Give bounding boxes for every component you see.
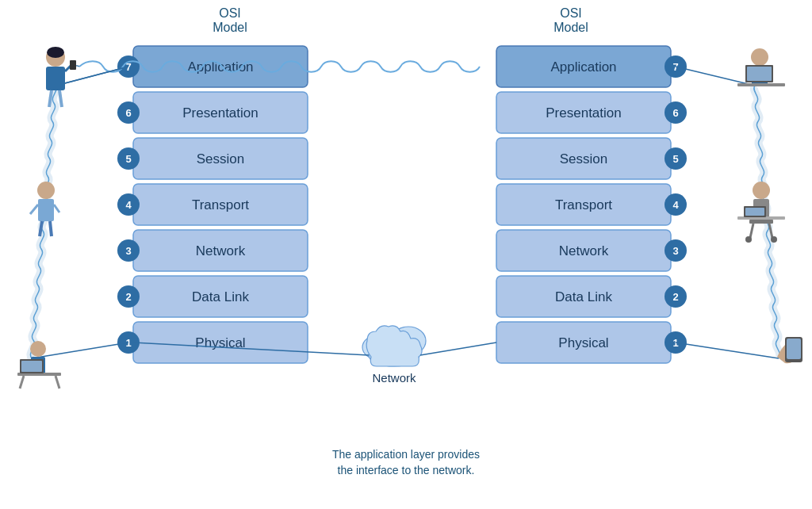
svg-text:The application layer provides: The application layer provides	[332, 448, 480, 461]
svg-point-54	[665, 285, 687, 308]
svg-point-80	[47, 47, 64, 58]
svg-text:7: 7	[125, 61, 131, 73]
svg-rect-4	[133, 46, 308, 87]
svg-rect-88	[31, 357, 45, 376]
svg-rect-103	[745, 208, 764, 216]
svg-line-70	[676, 67, 755, 86]
svg-rect-97	[745, 65, 773, 82]
svg-text:Transport: Transport	[192, 197, 249, 212]
svg-line-106	[769, 224, 772, 238]
svg-rect-104	[749, 220, 773, 224]
svg-text:7: 7	[672, 61, 678, 73]
svg-line-92	[20, 376, 24, 388]
svg-text:Application: Application	[187, 59, 253, 75]
svg-rect-28	[133, 322, 308, 363]
svg-line-77	[59, 90, 62, 107]
svg-text:Network: Network	[559, 243, 609, 258]
svg-point-63	[369, 344, 419, 366]
svg-point-64	[370, 340, 418, 362]
svg-point-22	[117, 239, 140, 262]
svg-line-86	[54, 205, 59, 212]
svg-rect-82	[38, 199, 54, 221]
svg-rect-48	[496, 230, 671, 271]
svg-point-46	[665, 193, 687, 216]
svg-rect-75	[46, 67, 65, 90]
svg-rect-52	[496, 276, 671, 317]
svg-line-71	[676, 343, 779, 358]
svg-text:Model: Model	[213, 21, 247, 34]
svg-text:Physical: Physical	[558, 335, 608, 350]
svg-text:Data Link: Data Link	[192, 289, 249, 304]
main-container: OSI Model OSI Model Application 7 Presen…	[0, 0, 812, 509]
svg-point-108	[771, 236, 777, 243]
svg-text:Session: Session	[197, 151, 244, 166]
svg-rect-24	[133, 276, 308, 317]
svg-text:1: 1	[125, 337, 131, 349]
svg-point-38	[665, 101, 687, 124]
svg-rect-109	[785, 337, 802, 362]
svg-text:2: 2	[672, 291, 678, 303]
svg-text:3: 3	[672, 245, 678, 257]
svg-rect-110	[787, 339, 801, 359]
svg-text:Data Link: Data Link	[555, 289, 612, 304]
svg-rect-20	[133, 230, 308, 271]
svg-rect-102	[744, 206, 766, 217]
svg-text:Application: Application	[550, 59, 616, 75]
svg-text:1: 1	[672, 337, 678, 349]
svg-text:Presentation: Presentation	[182, 105, 258, 121]
svg-line-84	[50, 221, 52, 236]
svg-point-74	[46, 48, 65, 67]
svg-rect-95	[752, 66, 768, 86]
svg-point-94	[751, 48, 768, 66]
svg-point-26	[117, 285, 140, 308]
svg-point-10	[117, 101, 140, 124]
svg-rect-96	[737, 83, 785, 86]
svg-text:5: 5	[125, 153, 131, 165]
svg-line-93	[56, 376, 59, 388]
svg-line-85	[30, 205, 38, 214]
svg-rect-91	[21, 361, 42, 372]
svg-point-61	[391, 327, 426, 355]
svg-rect-89	[17, 373, 61, 376]
svg-rect-44	[496, 184, 671, 225]
svg-point-42	[665, 147, 687, 170]
svg-point-65	[372, 331, 416, 359]
svg-text:Model: Model	[553, 21, 588, 34]
svg-line-78	[65, 65, 71, 71]
svg-rect-12	[133, 138, 308, 179]
svg-text:Network: Network	[196, 243, 246, 258]
svg-rect-40	[496, 138, 671, 179]
svg-line-105	[750, 224, 753, 238]
svg-point-50	[665, 239, 687, 262]
svg-rect-100	[753, 199, 769, 220]
svg-rect-56	[496, 322, 671, 363]
svg-rect-16	[133, 184, 308, 225]
svg-text:2: 2	[125, 291, 131, 303]
svg-text:Session: Session	[560, 151, 607, 166]
svg-text:3: 3	[125, 245, 131, 257]
svg-point-18	[117, 193, 140, 216]
svg-text:Network: Network	[372, 371, 416, 385]
svg-rect-36	[496, 92, 671, 133]
svg-point-60	[372, 329, 416, 361]
svg-text:6: 6	[672, 107, 678, 119]
svg-point-99	[753, 182, 770, 199]
svg-rect-79	[70, 60, 76, 70]
svg-text:5: 5	[672, 153, 678, 165]
svg-rect-101	[737, 216, 785, 220]
svg-line-76	[49, 90, 52, 107]
svg-point-6	[117, 55, 140, 78]
svg-point-58	[665, 331, 687, 354]
svg-line-69	[32, 343, 128, 358]
svg-rect-32	[496, 46, 671, 87]
svg-rect-90	[20, 359, 44, 373]
svg-text:Transport: Transport	[555, 197, 612, 212]
svg-point-30	[117, 331, 140, 354]
svg-point-87	[30, 341, 46, 357]
svg-line-67	[65, 67, 128, 83]
svg-text:4: 4	[125, 199, 132, 211]
svg-text:OSI: OSI	[219, 6, 241, 20]
svg-line-73	[420, 343, 496, 355]
svg-text:Presentation: Presentation	[546, 105, 621, 121]
svg-point-14	[117, 147, 140, 170]
